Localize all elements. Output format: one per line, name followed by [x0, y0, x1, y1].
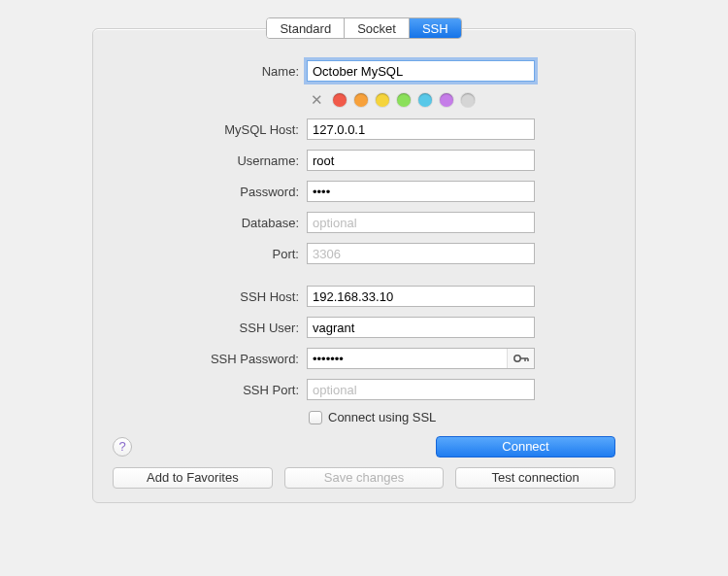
color-tag-row: ✕: [311, 91, 615, 109]
password-label: Password:: [113, 185, 307, 199]
username-label: Username:: [113, 153, 307, 168]
port-label: Port:: [113, 247, 307, 261]
color-dot-purple[interactable]: [440, 93, 453, 107]
mysql-host-input[interactable]: [307, 119, 535, 140]
username-input[interactable]: [307, 150, 535, 171]
color-dot-yellow[interactable]: [376, 93, 389, 107]
add-to-favorites-button[interactable]: Add to Favorites: [113, 467, 273, 489]
color-dot-red[interactable]: [333, 93, 347, 107]
ssl-checkbox-label: Connect using SSL: [328, 410, 436, 424]
database-input[interactable]: [307, 212, 535, 233]
name-label: Name:: [113, 64, 307, 79]
key-icon[interactable]: [507, 349, 534, 368]
ssh-host-label: SSH Host:: [113, 289, 307, 304]
color-dot-gray[interactable]: [461, 93, 475, 107]
name-input[interactable]: [307, 60, 535, 82]
color-dot-orange[interactable]: [354, 93, 368, 107]
color-dot-green[interactable]: [397, 93, 411, 107]
ssh-password-input[interactable]: [307, 348, 535, 369]
svg-point-0: [513, 356, 519, 361]
save-changes-button[interactable]: Save changes: [284, 467, 445, 489]
password-input[interactable]: [307, 181, 535, 202]
test-connection-button[interactable]: Test connection: [455, 467, 615, 489]
tab-standard[interactable]: Standard: [267, 18, 345, 38]
connect-button[interactable]: Connect: [436, 436, 615, 457]
help-button[interactable]: ?: [113, 437, 132, 457]
tab-socket[interactable]: Socket: [345, 18, 410, 38]
clear-color-icon[interactable]: ✕: [311, 91, 323, 109]
tab-ssh[interactable]: SSH: [410, 18, 461, 38]
ssh-password-label: SSH Password:: [113, 352, 307, 366]
port-input[interactable]: [307, 243, 535, 264]
connection-type-tabs: Standard Socket SSH: [266, 17, 461, 39]
ssh-host-input[interactable]: [307, 286, 535, 307]
connection-panel: Name: ✕ MySQL Host: Username: Password: …: [92, 28, 636, 503]
ssh-user-input[interactable]: [307, 317, 535, 338]
ssh-port-label: SSH Port:: [113, 383, 307, 397]
ssh-user-label: SSH User:: [113, 321, 307, 335]
ssh-port-input[interactable]: [307, 379, 535, 400]
ssl-checkbox[interactable]: [309, 411, 322, 424]
database-label: Database:: [113, 216, 307, 230]
color-dot-cyan[interactable]: [418, 93, 432, 107]
mysql-host-label: MySQL Host:: [113, 122, 307, 137]
